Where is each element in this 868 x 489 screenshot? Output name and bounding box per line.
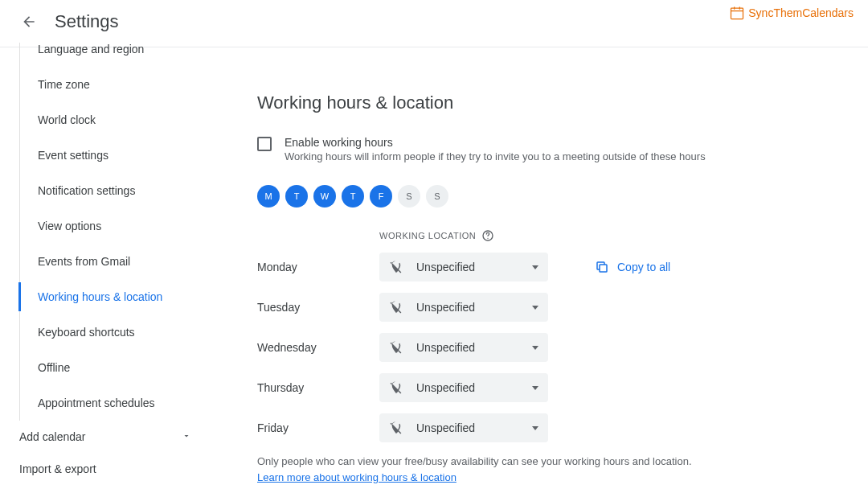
location-off-icon [389,380,405,395]
day-row-tuesday: TuesdayUnspecified [257,293,852,322]
sidebar-item-working-hours-location[interactable]: Working hours & location [20,279,225,314]
day-row-friday: FridayUnspecified [257,413,852,442]
location-value: Unspecified [416,261,532,273]
dropdown-caret-icon [532,346,538,350]
location-off-icon [389,300,405,314]
sidebar-item-time-zone[interactable]: Time zone [20,67,225,102]
footnote: Only people who can view your free/busy … [257,454,852,485]
day-chips: MTWTFSS [257,185,852,208]
enable-working-hours-label: Enable working hours [285,136,706,149]
day-label: Tuesday [257,301,379,314]
working-location-header-label: WORKING LOCATION [379,231,476,240]
chevron-down-icon [182,430,191,443]
main-content: Working hours & location Enable working … [225,47,868,485]
sidebar-item-event-settings[interactable]: Event settings [20,138,225,173]
day-label: Wednesday [257,341,379,354]
dropdown-caret-icon [532,386,538,390]
footnote-link[interactable]: Learn more about working hours & locatio… [257,471,457,483]
location-off-icon [389,260,405,274]
day-label: Monday [257,261,379,273]
dropdown-caret-icon [532,426,538,430]
enable-working-hours-desc: Working hours will inform people if they… [285,150,706,162]
dropdown-caret-icon [532,306,538,310]
brand-text: SyncThemCalendars [748,6,854,19]
location-select-tuesday[interactable]: Unspecified [379,293,548,322]
section-title: Working hours & location [257,92,852,113]
svg-rect-0 [731,8,743,18]
back-arrow-icon[interactable] [19,12,39,31]
sidebar-item-events-from-gmail[interactable]: Events from Gmail [20,244,225,279]
location-value: Unspecified [416,341,532,354]
footnote-text: Only people who can view your free/busy … [257,455,692,467]
location-select-wednesday[interactable]: Unspecified [379,333,548,362]
header: Settings SyncThemCalendars [0,0,868,47]
sidebar-extra-add-calendar[interactable]: Add calendar [0,421,225,453]
working-location-header: WORKING LOCATION [379,228,852,243]
location-select-thursday[interactable]: Unspecified [379,373,548,402]
day-chip-0[interactable]: M [257,185,280,208]
day-chip-2[interactable]: W [313,185,336,208]
enable-working-hours-row: Enable working hours Working hours will … [257,136,852,162]
sidebar-item-keyboard-shortcuts[interactable]: Keyboard shortcuts [20,314,225,350]
help-icon[interactable] [481,228,495,243]
day-row-wednesday: WednesdayUnspecified [257,333,852,362]
day-label: Friday [257,421,379,434]
location-select-friday[interactable]: Unspecified [379,413,548,442]
day-chip-3[interactable]: T [342,185,364,208]
sidebar-item-notification-settings[interactable]: Notification settings [20,173,225,208]
location-value: Unspecified [416,421,532,434]
sidebar: Language and regionTime zoneWorld clockE… [0,47,225,485]
sidebar-item-offline[interactable]: Offline [20,350,225,385]
location-value: Unspecified [416,381,532,394]
day-chip-5[interactable]: S [398,185,420,208]
page-title: Settings [55,11,119,32]
sidebar-extra-import-export[interactable]: Import & export [0,453,225,485]
location-select-monday[interactable]: Unspecified [379,253,548,281]
dropdown-caret-icon [532,265,538,269]
day-row-thursday: ThursdayUnspecified [257,373,852,402]
sidebar-item-world-clock[interactable]: World clock [20,102,225,138]
location-value: Unspecified [416,301,532,314]
sidebar-item-view-options[interactable]: View options [20,208,225,244]
day-chip-1[interactable]: T [285,185,308,208]
day-row-monday: MondayUnspecifiedCopy to all [257,253,852,281]
svg-rect-2 [600,265,607,272]
sidebar-item-appointment-schedules[interactable]: Appointment schedules [20,385,225,421]
copy-to-all-label: Copy to all [617,261,670,273]
day-chip-4[interactable]: F [370,185,392,208]
enable-working-hours-checkbox[interactable] [257,137,272,151]
brand-logo: SyncThemCalendars [729,5,854,21]
location-off-icon [389,421,405,435]
location-off-icon [389,340,405,355]
day-chip-6[interactable]: S [426,185,448,208]
day-label: Thursday [257,381,379,394]
copy-to-all-button[interactable]: Copy to all [595,260,670,274]
sidebar-item-language-and-region[interactable]: Language and region [20,43,225,67]
